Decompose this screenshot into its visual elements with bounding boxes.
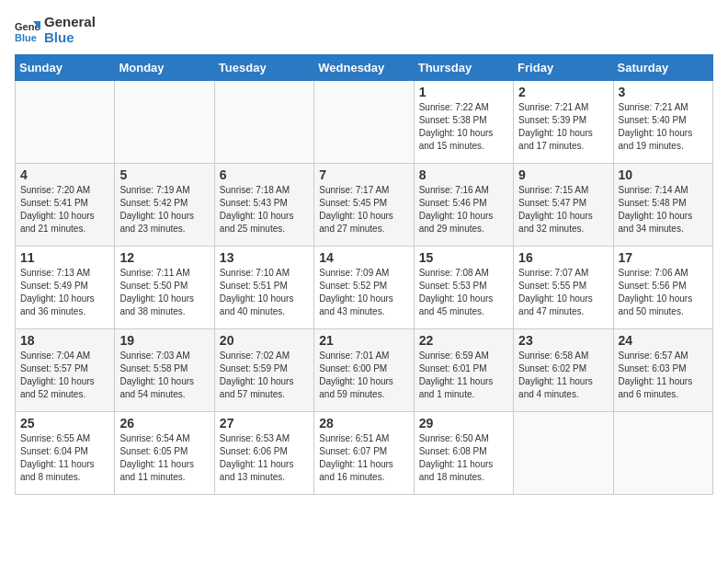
day-number: 16 xyxy=(518,250,608,265)
weekday-header-wednesday: Wednesday xyxy=(314,55,414,81)
weekday-header-tuesday: Tuesday xyxy=(214,55,313,81)
day-info: Sunrise: 6:51 AM Sunset: 6:07 PM Dayligh… xyxy=(319,432,408,484)
page-header: General Blue General Blue xyxy=(15,15,713,45)
logo: General Blue General Blue xyxy=(15,15,96,45)
calendar-cell: 12Sunrise: 7:11 AM Sunset: 5:50 PM Dayli… xyxy=(115,247,214,329)
day-info: Sunrise: 7:01 AM Sunset: 6:00 PM Dayligh… xyxy=(319,350,408,401)
calendar-cell: 18Sunrise: 7:04 AM Sunset: 5:57 PM Dayli… xyxy=(16,329,115,412)
day-info: Sunrise: 7:10 AM Sunset: 5:51 PM Dayligh… xyxy=(220,267,309,318)
calendar-cell: 26Sunrise: 6:54 AM Sunset: 6:05 PM Dayli… xyxy=(115,412,214,495)
calendar-cell: 24Sunrise: 6:57 AM Sunset: 6:03 PM Dayli… xyxy=(613,329,712,412)
calendar-table: SundayMondayTuesdayWednesdayThursdayFrid… xyxy=(15,54,713,495)
calendar-cell xyxy=(514,412,613,495)
day-info: Sunrise: 6:50 AM Sunset: 6:08 PM Dayligh… xyxy=(419,432,508,484)
calendar-cell xyxy=(314,81,414,164)
calendar-cell: 3Sunrise: 7:21 AM Sunset: 5:40 PM Daylig… xyxy=(613,81,712,164)
day-info: Sunrise: 7:03 AM Sunset: 5:58 PM Dayligh… xyxy=(119,350,209,401)
day-info: Sunrise: 7:21 AM Sunset: 5:40 PM Dayligh… xyxy=(619,101,708,153)
day-number: 26 xyxy=(119,416,209,431)
day-info: Sunrise: 7:21 AM Sunset: 5:39 PM Dayligh… xyxy=(518,101,608,153)
day-info: Sunrise: 6:53 AM Sunset: 6:06 PM Dayligh… xyxy=(220,432,309,484)
calendar-cell: 10Sunrise: 7:14 AM Sunset: 5:48 PM Dayli… xyxy=(613,164,712,247)
calendar-week-row: 1Sunrise: 7:22 AM Sunset: 5:38 PM Daylig… xyxy=(16,81,713,164)
day-number: 25 xyxy=(20,416,109,431)
day-info: Sunrise: 7:06 AM Sunset: 5:56 PM Dayligh… xyxy=(619,267,708,318)
calendar-cell: 23Sunrise: 6:58 AM Sunset: 6:02 PM Dayli… xyxy=(514,329,613,412)
day-number: 8 xyxy=(419,167,508,182)
day-info: Sunrise: 7:20 AM Sunset: 5:41 PM Dayligh… xyxy=(20,184,109,236)
day-info: Sunrise: 7:08 AM Sunset: 5:53 PM Dayligh… xyxy=(419,267,508,318)
day-number: 10 xyxy=(619,167,708,182)
day-number: 21 xyxy=(319,333,408,348)
day-info: Sunrise: 7:11 AM Sunset: 5:50 PM Dayligh… xyxy=(119,267,209,318)
day-number: 2 xyxy=(518,85,608,99)
calendar-cell: 6Sunrise: 7:18 AM Sunset: 5:43 PM Daylig… xyxy=(214,164,313,247)
weekday-header-friday: Friday xyxy=(514,55,613,81)
day-number: 14 xyxy=(319,250,408,265)
day-info: Sunrise: 6:55 AM Sunset: 6:04 PM Dayligh… xyxy=(20,432,109,484)
day-info: Sunrise: 7:16 AM Sunset: 5:46 PM Dayligh… xyxy=(419,184,508,236)
calendar-cell: 1Sunrise: 7:22 AM Sunset: 5:38 PM Daylig… xyxy=(414,81,513,164)
day-info: Sunrise: 7:02 AM Sunset: 5:59 PM Dayligh… xyxy=(220,350,309,401)
weekday-header-sunday: Sunday xyxy=(16,55,115,81)
day-info: Sunrise: 7:09 AM Sunset: 5:52 PM Dayligh… xyxy=(319,267,408,318)
day-info: Sunrise: 6:54 AM Sunset: 6:05 PM Dayligh… xyxy=(119,432,209,484)
day-number: 5 xyxy=(119,167,209,182)
calendar-cell xyxy=(16,81,115,164)
calendar-cell: 16Sunrise: 7:07 AM Sunset: 5:55 PM Dayli… xyxy=(514,247,613,329)
calendar-week-row: 11Sunrise: 7:13 AM Sunset: 5:49 PM Dayli… xyxy=(16,247,713,329)
calendar-cell: 7Sunrise: 7:17 AM Sunset: 5:45 PM Daylig… xyxy=(314,164,414,247)
logo-text-general: General xyxy=(44,15,96,30)
calendar-cell: 8Sunrise: 7:16 AM Sunset: 5:46 PM Daylig… xyxy=(414,164,513,247)
calendar-week-row: 4Sunrise: 7:20 AM Sunset: 5:41 PM Daylig… xyxy=(16,164,713,247)
day-info: Sunrise: 7:14 AM Sunset: 5:48 PM Dayligh… xyxy=(619,184,708,236)
day-number: 17 xyxy=(619,250,708,265)
weekday-header-monday: Monday xyxy=(115,55,214,81)
logo-text-blue: Blue xyxy=(44,30,96,46)
calendar-cell: 15Sunrise: 7:08 AM Sunset: 5:53 PM Dayli… xyxy=(414,247,513,329)
calendar-week-row: 25Sunrise: 6:55 AM Sunset: 6:04 PM Dayli… xyxy=(16,412,713,495)
day-info: Sunrise: 7:04 AM Sunset: 5:57 PM Dayligh… xyxy=(20,350,109,401)
day-number: 13 xyxy=(220,250,309,265)
day-number: 3 xyxy=(619,85,708,99)
day-number: 7 xyxy=(319,167,408,182)
day-info: Sunrise: 7:17 AM Sunset: 5:45 PM Dayligh… xyxy=(319,184,408,236)
day-number: 20 xyxy=(220,333,309,348)
day-number: 1 xyxy=(419,85,508,99)
weekday-header-row: SundayMondayTuesdayWednesdayThursdayFrid… xyxy=(16,55,713,81)
day-number: 28 xyxy=(319,416,408,431)
calendar-cell: 20Sunrise: 7:02 AM Sunset: 5:59 PM Dayli… xyxy=(214,329,313,412)
day-number: 6 xyxy=(220,167,309,182)
calendar-week-row: 18Sunrise: 7:04 AM Sunset: 5:57 PM Dayli… xyxy=(16,329,713,412)
calendar-cell: 19Sunrise: 7:03 AM Sunset: 5:58 PM Dayli… xyxy=(115,329,214,412)
day-info: Sunrise: 7:18 AM Sunset: 5:43 PM Dayligh… xyxy=(220,184,309,236)
day-info: Sunrise: 7:22 AM Sunset: 5:38 PM Dayligh… xyxy=(419,101,508,153)
day-number: 9 xyxy=(518,167,608,182)
day-number: 19 xyxy=(119,333,209,348)
day-info: Sunrise: 7:15 AM Sunset: 5:47 PM Dayligh… xyxy=(518,184,608,236)
day-number: 29 xyxy=(419,416,508,431)
day-number: 4 xyxy=(20,167,109,182)
day-number: 23 xyxy=(518,333,608,348)
calendar-cell: 22Sunrise: 6:59 AM Sunset: 6:01 PM Dayli… xyxy=(414,329,513,412)
day-number: 15 xyxy=(419,250,508,265)
calendar-cell: 28Sunrise: 6:51 AM Sunset: 6:07 PM Dayli… xyxy=(314,412,414,495)
day-info: Sunrise: 6:57 AM Sunset: 6:03 PM Dayligh… xyxy=(619,350,708,401)
calendar-cell: 14Sunrise: 7:09 AM Sunset: 5:52 PM Dayli… xyxy=(314,247,414,329)
calendar-cell xyxy=(613,412,712,495)
calendar-cell: 27Sunrise: 6:53 AM Sunset: 6:06 PM Dayli… xyxy=(214,412,313,495)
calendar-cell: 4Sunrise: 7:20 AM Sunset: 5:41 PM Daylig… xyxy=(16,164,115,247)
day-number: 11 xyxy=(20,250,109,265)
calendar-cell xyxy=(214,81,313,164)
day-info: Sunrise: 6:58 AM Sunset: 6:02 PM Dayligh… xyxy=(518,350,608,401)
calendar-cell: 2Sunrise: 7:21 AM Sunset: 5:39 PM Daylig… xyxy=(514,81,613,164)
day-info: Sunrise: 6:59 AM Sunset: 6:01 PM Dayligh… xyxy=(419,350,508,401)
day-number: 22 xyxy=(419,333,508,348)
logo-icon: General Blue xyxy=(15,17,40,43)
calendar-cell xyxy=(115,81,214,164)
calendar-cell: 17Sunrise: 7:06 AM Sunset: 5:56 PM Dayli… xyxy=(613,247,712,329)
calendar-cell: 29Sunrise: 6:50 AM Sunset: 6:08 PM Dayli… xyxy=(414,412,513,495)
calendar-cell: 5Sunrise: 7:19 AM Sunset: 5:42 PM Daylig… xyxy=(115,164,214,247)
calendar-cell: 21Sunrise: 7:01 AM Sunset: 6:00 PM Dayli… xyxy=(314,329,414,412)
calendar-cell: 25Sunrise: 6:55 AM Sunset: 6:04 PM Dayli… xyxy=(16,412,115,495)
